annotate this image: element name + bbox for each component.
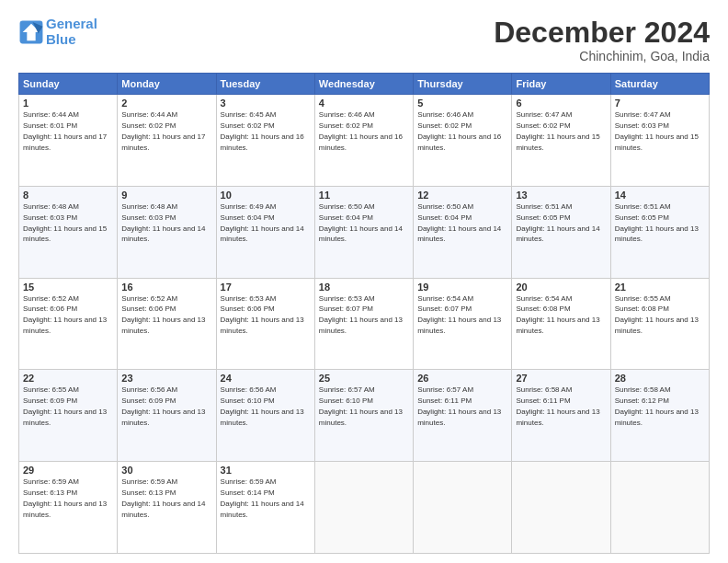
day-number: 19	[417, 282, 507, 293]
day-info: Sunrise: 6:46 AMSunset: 6:02 PMDaylight:…	[417, 110, 501, 151]
location: Chinchinim, Goa, India	[494, 49, 710, 63]
logo-line1: General	[46, 16, 97, 31]
month-title: December 2024	[494, 17, 710, 49]
day-info: Sunrise: 6:55 AMSunset: 6:09 PMDaylight:…	[23, 385, 107, 426]
day-info: Sunrise: 6:59 AMSunset: 6:13 PMDaylight:…	[121, 477, 205, 518]
day-number: 20	[516, 282, 606, 293]
day-number: 10	[221, 190, 311, 201]
day-number: 13	[516, 190, 606, 201]
logo: General Blue	[18, 17, 97, 47]
day-info: Sunrise: 6:57 AMSunset: 6:11 PMDaylight:…	[417, 385, 501, 426]
table-row: 10 Sunrise: 6:49 AMSunset: 6:04 PMDaylig…	[216, 186, 314, 278]
day-info: Sunrise: 6:45 AMSunset: 6:02 PMDaylight:…	[221, 110, 304, 151]
table-row: 9 Sunrise: 6:48 AMSunset: 6:03 PMDayligh…	[118, 186, 216, 278]
table-row: 13 Sunrise: 6:51 AMSunset: 6:05 PMDaylig…	[512, 186, 610, 278]
table-row: 14 Sunrise: 6:51 AMSunset: 6:05 PMDaylig…	[610, 186, 709, 278]
day-number: 24	[221, 373, 311, 384]
table-row: 11 Sunrise: 6:50 AMSunset: 6:04 PMDaylig…	[314, 186, 413, 278]
table-row: 27 Sunrise: 6:58 AMSunset: 6:11 PMDaylig…	[512, 370, 610, 462]
day-number: 11	[319, 190, 409, 201]
table-row: 6 Sunrise: 6:47 AMSunset: 6:02 PMDayligh…	[512, 95, 610, 187]
table-row: 25 Sunrise: 6:57 AMSunset: 6:10 PMDaylig…	[314, 370, 413, 462]
day-number: 17	[221, 282, 311, 293]
table-row: 7 Sunrise: 6:47 AMSunset: 6:03 PMDayligh…	[610, 95, 709, 187]
logo-text: General Blue	[46, 17, 97, 47]
table-row: 5 Sunrise: 6:46 AMSunset: 6:02 PMDayligh…	[414, 95, 512, 187]
table-row: 8 Sunrise: 6:48 AMSunset: 6:03 PMDayligh…	[19, 186, 118, 278]
day-number: 1	[23, 98, 113, 109]
day-info: Sunrise: 6:54 AMSunset: 6:08 PMDaylight:…	[516, 294, 599, 335]
table-row: 1 Sunrise: 6:44 AMSunset: 6:01 PMDayligh…	[19, 95, 118, 187]
table-row: 19 Sunrise: 6:54 AMSunset: 6:07 PMDaylig…	[414, 278, 512, 370]
table-row: 22 Sunrise: 6:55 AMSunset: 6:09 PMDaylig…	[19, 370, 118, 462]
table-row: 20 Sunrise: 6:54 AMSunset: 6:08 PMDaylig…	[512, 278, 610, 370]
table-row: 2 Sunrise: 6:44 AMSunset: 6:02 PMDayligh…	[118, 95, 216, 187]
calendar-table: Sunday Monday Tuesday Wednesday Thursday…	[18, 73, 710, 554]
day-info: Sunrise: 6:58 AMSunset: 6:12 PMDaylight:…	[615, 385, 699, 426]
day-number: 25	[319, 373, 409, 384]
day-info: Sunrise: 6:53 AMSunset: 6:06 PMDaylight:…	[221, 294, 304, 335]
table-row: 15 Sunrise: 6:52 AMSunset: 6:06 PMDaylig…	[19, 278, 118, 370]
table-row	[314, 462, 413, 554]
table-row: 21 Sunrise: 6:55 AMSunset: 6:08 PMDaylig…	[610, 278, 709, 370]
day-info: Sunrise: 6:56 AMSunset: 6:09 PMDaylight:…	[121, 385, 205, 426]
header: General Blue December 2024 Chinchinim, G…	[18, 17, 710, 63]
table-row: 26 Sunrise: 6:57 AMSunset: 6:11 PMDaylig…	[414, 370, 512, 462]
day-number: 31	[221, 465, 311, 476]
table-row: 31 Sunrise: 6:59 AMSunset: 6:14 PMDaylig…	[216, 462, 314, 554]
day-info: Sunrise: 6:47 AMSunset: 6:03 PMDaylight:…	[615, 110, 699, 151]
calendar-week-row: 8 Sunrise: 6:48 AMSunset: 6:03 PMDayligh…	[19, 186, 710, 278]
calendar-week-row: 15 Sunrise: 6:52 AMSunset: 6:06 PMDaylig…	[19, 278, 710, 370]
day-info: Sunrise: 6:51 AMSunset: 6:05 PMDaylight:…	[516, 202, 599, 243]
day-info: Sunrise: 6:51 AMSunset: 6:05 PMDaylight:…	[615, 202, 699, 243]
table-row: 30 Sunrise: 6:59 AMSunset: 6:13 PMDaylig…	[118, 462, 216, 554]
day-number: 26	[417, 373, 507, 384]
day-info: Sunrise: 6:59 AMSunset: 6:14 PMDaylight:…	[221, 477, 304, 518]
day-info: Sunrise: 6:52 AMSunset: 6:06 PMDaylight:…	[23, 294, 107, 335]
table-row: 3 Sunrise: 6:45 AMSunset: 6:02 PMDayligh…	[216, 95, 314, 187]
day-info: Sunrise: 6:48 AMSunset: 6:03 PMDaylight:…	[121, 202, 205, 243]
col-saturday: Saturday	[610, 74, 709, 95]
title-block: December 2024 Chinchinim, Goa, India	[494, 17, 710, 63]
table-row: 28 Sunrise: 6:58 AMSunset: 6:12 PMDaylig…	[610, 370, 709, 462]
day-info: Sunrise: 6:52 AMSunset: 6:06 PMDaylight:…	[121, 294, 205, 335]
col-friday: Friday	[512, 74, 610, 95]
day-number: 4	[319, 98, 409, 109]
day-info: Sunrise: 6:57 AMSunset: 6:10 PMDaylight:…	[319, 385, 403, 426]
day-number: 6	[516, 98, 606, 109]
table-row	[610, 462, 709, 554]
day-number: 5	[417, 98, 507, 109]
col-tuesday: Tuesday	[216, 74, 314, 95]
table-row	[512, 462, 610, 554]
day-info: Sunrise: 6:46 AMSunset: 6:02 PMDaylight:…	[319, 110, 403, 151]
day-number: 28	[615, 373, 705, 384]
day-number: 16	[121, 282, 211, 293]
table-row	[414, 462, 512, 554]
table-row: 17 Sunrise: 6:53 AMSunset: 6:06 PMDaylig…	[216, 278, 314, 370]
day-info: Sunrise: 6:44 AMSunset: 6:02 PMDaylight:…	[121, 110, 205, 151]
calendar-week-row: 29 Sunrise: 6:59 AMSunset: 6:13 PMDaylig…	[19, 462, 710, 554]
table-row: 24 Sunrise: 6:56 AMSunset: 6:10 PMDaylig…	[216, 370, 314, 462]
col-thursday: Thursday	[414, 74, 512, 95]
day-info: Sunrise: 6:59 AMSunset: 6:13 PMDaylight:…	[23, 477, 107, 518]
day-info: Sunrise: 6:55 AMSunset: 6:08 PMDaylight:…	[615, 294, 699, 335]
col-monday: Monday	[118, 74, 216, 95]
day-info: Sunrise: 6:54 AMSunset: 6:07 PMDaylight:…	[417, 294, 501, 335]
table-row: 16 Sunrise: 6:52 AMSunset: 6:06 PMDaylig…	[118, 278, 216, 370]
day-info: Sunrise: 6:49 AMSunset: 6:04 PMDaylight:…	[221, 202, 304, 243]
col-sunday: Sunday	[19, 74, 118, 95]
day-number: 27	[516, 373, 606, 384]
day-number: 29	[23, 465, 113, 476]
day-info: Sunrise: 6:53 AMSunset: 6:07 PMDaylight:…	[319, 294, 403, 335]
day-number: 3	[221, 98, 311, 109]
table-row: 29 Sunrise: 6:59 AMSunset: 6:13 PMDaylig…	[19, 462, 118, 554]
table-row: 4 Sunrise: 6:46 AMSunset: 6:02 PMDayligh…	[314, 95, 413, 187]
day-number: 9	[121, 190, 211, 201]
table-row: 18 Sunrise: 6:53 AMSunset: 6:07 PMDaylig…	[314, 278, 413, 370]
day-info: Sunrise: 6:58 AMSunset: 6:11 PMDaylight:…	[516, 385, 599, 426]
day-info: Sunrise: 6:50 AMSunset: 6:04 PMDaylight:…	[417, 202, 501, 243]
day-number: 23	[121, 373, 211, 384]
calendar-header-row: Sunday Monday Tuesday Wednesday Thursday…	[19, 74, 710, 95]
page: General Blue December 2024 Chinchinim, G…	[0, 0, 728, 563]
table-row: 12 Sunrise: 6:50 AMSunset: 6:04 PMDaylig…	[414, 186, 512, 278]
